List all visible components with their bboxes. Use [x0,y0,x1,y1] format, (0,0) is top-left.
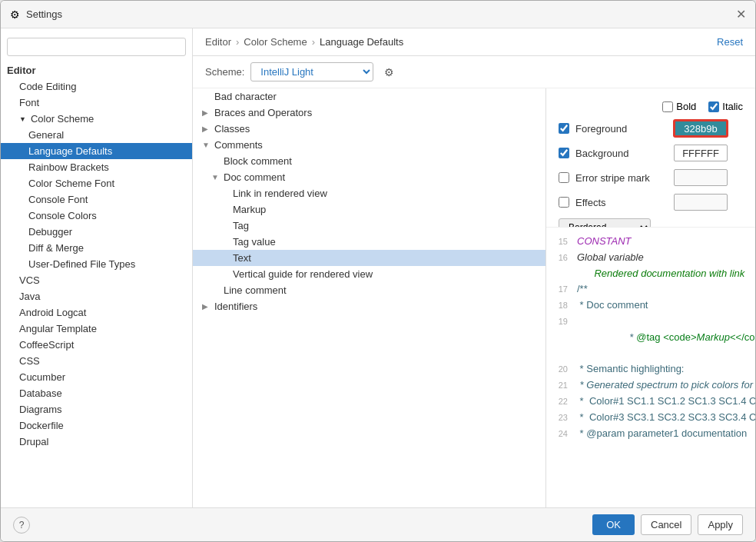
sidebar-item-diagrams[interactable]: Diagrams [1,401,192,417]
breadcrumb-editor[interactable]: Editor [205,36,231,48]
line-num: 15 [546,235,577,249]
settings-dialog: ⚙ Settings ✕ Editor Code Editing Font ▼C… [0,0,756,542]
sidebar-item-drupal[interactable]: Drupal [1,434,192,450]
italic-item: Italic [708,101,743,112]
dialog-body: Editor Code Editing Font ▼Color Scheme G… [1,28,755,507]
code-content: * @tag <code>Markup<</code> [577,314,755,361]
tree-item-classes[interactable]: ▶ Classes [193,121,545,137]
code-preview-area: 15 CONSTANT 16 Global variable Rendered … [546,227,755,507]
close-button[interactable]: ✕ [736,8,746,21]
sidebar: Editor Code Editing Font ▼Color Scheme G… [1,28,193,507]
code-preview: 15 CONSTANT 16 Global variable Rendered … [546,228,755,507]
sidebar-item-java[interactable]: Java [1,288,192,304]
tree-item-label: Vertical guide for rendered view [233,268,373,280]
scheme-settings-button[interactable]: ⚙ [380,65,399,80]
tree-item-markup[interactable]: Markup [193,201,545,218]
tree-toggle-icon: ▶ [202,108,211,117]
content-header: Editor › Color Scheme › Language Default… [193,28,755,56]
sidebar-item-cucumber[interactable]: Cucumber [1,369,192,385]
tree-item-label: Tag [233,220,249,231]
tree-item-comments[interactable]: ▼ Comments [193,137,545,153]
sidebar-item-android-logcat[interactable]: Android Logcat [1,304,192,321]
code-line-24: 24 * @param parameter1 documentation [546,426,755,442]
line-num: 21 [546,379,577,393]
sidebar-item-color-scheme[interactable]: ▼Color Scheme [1,111,192,127]
sidebar-item-console-colors[interactable]: Console Colors [1,208,192,224]
line-num: 19 [546,315,577,329]
tree-item-bad-char[interactable]: Bad character [193,88,545,105]
tree-item-identifiers[interactable]: ▶ Identifiers [193,298,545,314]
sidebar-item-code-editing[interactable]: Code Editing [1,78,192,95]
background-color-value: FFFFFF [682,148,719,159]
effects-checkbox[interactable] [559,197,569,208]
sidebar-item-diff-merge[interactable]: Diff & Merge [1,240,192,256]
code-content: /** [577,281,755,298]
code-content: * Generated spectrum to pick colors for … [577,377,755,394]
scheme-bar: Scheme: IntelliJ Light Default Darcula H… [193,56,755,88]
sidebar-item-angular-template[interactable]: Angular Template [1,321,192,337]
sidebar-item-language-defaults[interactable]: Language Defaults [1,143,192,159]
foreground-label: Foreground [575,123,668,135]
apply-button[interactable]: Apply [698,514,743,535]
bold-checkbox[interactable] [662,101,673,112]
cancel-button[interactable]: Cancel [641,514,691,535]
foreground-row: Foreground 328b9b [559,120,743,137]
breadcrumb-color-scheme[interactable]: Color Scheme [244,36,307,48]
sidebar-item-user-defined-file-types[interactable]: User-Defined File Types [1,256,192,272]
tree-item-doc-comment[interactable]: ▼ Doc comment [193,169,545,185]
code-line-15: 15 CONSTANT [546,234,755,250]
sidebar-search-input[interactable] [7,38,186,56]
foreground-color-box[interactable]: 328b9b [674,120,728,137]
reset-button[interactable]: Reset [717,36,743,48]
bold-item: Bold [662,101,696,112]
error-stripe-checkbox[interactable] [559,172,569,183]
background-color-box[interactable]: FFFFFF [674,145,728,161]
effect-type-select[interactable]: Bordered Underline Bold Underline Underw… [559,218,651,227]
sidebar-item-font[interactable]: Font [1,95,192,111]
foreground-color-value: 328b9b [684,123,717,135]
ok-button[interactable]: OK [592,514,635,535]
tree-item-tag[interactable]: Tag [193,218,545,234]
tree-item-label: Markup [233,204,266,215]
sidebar-item-general[interactable]: General [1,127,192,143]
sidebar-item-rainbow-brackets[interactable]: Rainbow Brackets [1,159,192,175]
error-stripe-label: Error stripe mark [575,172,668,184]
code-line-22: 22 * Color#1 SC1.1 SC1.2 SC1.3 SC1.4 Col… [546,394,755,410]
breadcrumb-sep2: › [312,36,315,48]
sidebar-item-console-font[interactable]: Console Font [1,191,192,208]
sidebar-item-database[interactable]: Database [1,385,192,401]
effects-color-box[interactable] [674,194,728,211]
tree-item-tag-value[interactable]: Tag value [193,234,545,250]
tree-item-vert-guide[interactable]: Vertical guide for rendered view [193,266,545,282]
tree-toggle-icon: ▶ [202,302,211,311]
settings-icon: ⚙ [10,8,20,21]
sidebar-item-editor[interactable]: Editor [1,62,192,78]
tree-item-line-comment[interactable]: Line comment [193,282,545,298]
sidebar-item-debugger[interactable]: Debugger [1,224,192,240]
sidebar-item-color-scheme-font[interactable]: Color Scheme Font [1,175,192,191]
code-content: CONSTANT [577,234,755,250]
tree-item-label: Comments [214,139,263,151]
line-num: 17 [546,283,577,297]
tree-item-block-comment[interactable]: Block comment [193,153,545,169]
help-button[interactable]: ? [13,517,30,534]
error-stripe-color-box[interactable] [674,169,728,186]
bold-label: Bold [676,101,696,112]
code-content: Global variable [577,250,755,266]
background-checkbox[interactable] [559,148,569,158]
sidebar-item-dockerfile[interactable]: Dockerfile [1,417,192,434]
title-bar-left: ⚙ Settings [10,8,62,21]
line-num: 18 [546,299,577,313]
tree-item-label: Link in rendered view [233,188,327,199]
sidebar-item-coffeescript[interactable]: CoffeeScript [1,337,192,353]
foreground-checkbox[interactable] [559,123,569,134]
tree-item-text[interactable]: Text [193,250,545,266]
sidebar-item-vcs[interactable]: VCS [1,272,192,288]
sidebar-item-css[interactable]: CSS [1,353,192,369]
background-label: Background [575,148,668,159]
tree-item-link-rendered[interactable]: Link in rendered view [193,185,545,201]
tree-toggle-icon: ▶ [202,125,211,133]
italic-checkbox[interactable] [708,101,719,112]
scheme-select[interactable]: IntelliJ Light Default Darcula High cont… [250,62,373,81]
tree-item-braces[interactable]: ▶ Braces and Operators [193,105,545,121]
